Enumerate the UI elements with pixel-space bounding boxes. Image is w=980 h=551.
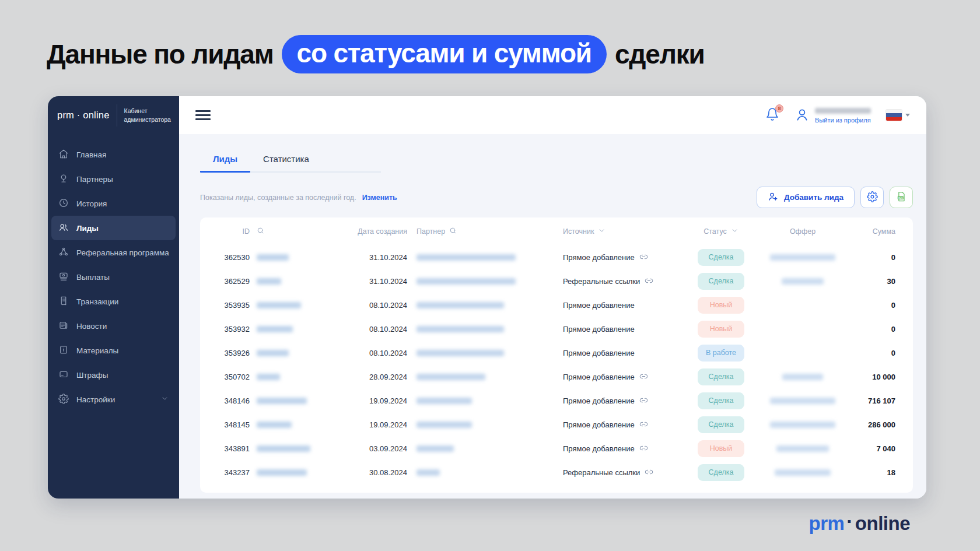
leads-table: ID Дата создания Партнер bbox=[200, 217, 913, 493]
transactions-icon bbox=[58, 296, 69, 308]
lead-sum: 18 bbox=[852, 468, 895, 477]
tab-statistics[interactable]: Статистика bbox=[250, 149, 322, 173]
lead-id: 353932 bbox=[212, 325, 250, 334]
table-row[interactable]: 34323730.08.2024Реферальные ссылкиСделка… bbox=[200, 461, 913, 485]
link-icon[interactable] bbox=[645, 468, 653, 478]
prm-online-footer-logo: prm · online bbox=[808, 513, 910, 535]
main-area: 8 Выйти из профиля bbox=[179, 96, 926, 499]
export-xls-button[interactable]: XLS bbox=[890, 187, 913, 208]
lead-sum: 0 bbox=[852, 325, 895, 334]
offer-blurred bbox=[753, 278, 852, 285]
page-title: Данные по лидам со статусами и суммой сд… bbox=[47, 35, 705, 73]
change-filter-link[interactable]: Изменить bbox=[362, 194, 397, 202]
link-icon[interactable] bbox=[639, 372, 648, 382]
hamburger-menu-icon[interactable] bbox=[195, 108, 211, 122]
status-badge: Новый bbox=[698, 440, 744, 457]
sidebar-item-leads[interactable]: Лиды bbox=[51, 216, 176, 240]
link-icon[interactable] bbox=[639, 444, 648, 454]
table-header-row: ID Дата создания Партнер bbox=[200, 217, 913, 245]
add-lead-button[interactable]: Добавить лида bbox=[757, 187, 855, 208]
lead-source: Прямое добавление bbox=[556, 420, 689, 430]
column-header-status[interactable]: Статус bbox=[689, 227, 753, 236]
tab-leads[interactable]: Лиды bbox=[200, 149, 250, 173]
partner-name-blurred bbox=[407, 254, 556, 261]
add-user-icon bbox=[768, 191, 778, 203]
lead-source: Прямое добавление bbox=[556, 444, 689, 454]
materials-icon bbox=[58, 345, 69, 357]
table-body: 36253031.10.2024Прямое добавлениеСделка0… bbox=[200, 245, 913, 485]
sidebar-item-payouts[interactable]: Выплаты bbox=[51, 265, 176, 289]
lead-sum: 0 bbox=[852, 253, 895, 262]
link-icon[interactable] bbox=[639, 252, 648, 263]
sidebar-item-penalties[interactable]: Штрафы bbox=[51, 363, 176, 387]
sidebar-item-referral[interactable]: Реферальная программа bbox=[51, 240, 176, 265]
tabs: ЛидыСтатистика bbox=[200, 149, 381, 173]
table-row[interactable]: 34814619.09.2024Прямое добавлениеСделка7… bbox=[200, 389, 913, 413]
link-icon[interactable] bbox=[639, 396, 648, 406]
logout-link[interactable]: Выйти из профиля bbox=[815, 117, 871, 124]
profile-menu[interactable]: Выйти из профиля bbox=[794, 106, 871, 125]
admin-dashboard-window: prm · online Кабинет администратора Глав… bbox=[48, 96, 926, 499]
sidebar-item-transactions[interactable]: Транзакции bbox=[51, 289, 176, 314]
id-search[interactable] bbox=[250, 227, 349, 236]
sidebar-item-news[interactable]: Новости bbox=[51, 314, 176, 338]
sidebar-item-partners[interactable]: Партнеры bbox=[51, 167, 176, 191]
partner-name-blurred bbox=[407, 445, 556, 452]
table-row[interactable]: 35393208.10.2024Прямое добавлениеНовый0 bbox=[200, 317, 913, 341]
link-icon[interactable] bbox=[639, 420, 648, 430]
filter-row: Показаны лиды, созданные за последний го… bbox=[200, 187, 913, 208]
link-icon[interactable] bbox=[645, 276, 653, 287]
partner-name-blurred bbox=[407, 350, 556, 356]
partner-name-blurred bbox=[407, 398, 556, 404]
sidebar-item-label: Партнеры bbox=[76, 175, 113, 184]
lead-source: Прямое добавление bbox=[556, 349, 689, 357]
chevron-down-icon bbox=[731, 227, 738, 236]
lead-source: Прямое добавление bbox=[556, 372, 689, 382]
svg-text:XLS: XLS bbox=[898, 197, 903, 199]
notifications-button[interactable]: 8 bbox=[765, 107, 779, 124]
lead-name-blurred bbox=[250, 445, 349, 452]
lead-id: 362529 bbox=[212, 277, 250, 286]
table-row[interactable]: 35393508.10.2024Прямое добавлениеНовый0 bbox=[200, 293, 913, 317]
status-badge: В работе bbox=[698, 345, 744, 362]
sidebar-item-settings[interactable]: Настройки bbox=[51, 387, 176, 412]
table-row[interactable]: 35392608.10.2024Прямое добавлениеВ работ… bbox=[200, 341, 913, 365]
lead-date: 28.09.2024 bbox=[349, 373, 407, 381]
sidebar-item-materials[interactable]: Материалы bbox=[51, 338, 176, 363]
table-row[interactable]: 34389103.09.2024Прямое добавлениеНовый7 … bbox=[200, 437, 913, 461]
table-row[interactable]: 34814519.09.2024Прямое добавлениеСделка2… bbox=[200, 413, 913, 437]
lead-name-blurred bbox=[250, 374, 349, 380]
sidebar-item-history[interactable]: История bbox=[51, 191, 176, 216]
page-title-prefix: Данные по лидам bbox=[47, 38, 274, 70]
lead-source: Прямое добавление bbox=[556, 325, 689, 334]
table-settings-button[interactable] bbox=[860, 187, 884, 208]
sidebar-item-label: Материалы bbox=[76, 346, 118, 355]
sidebar-item-home[interactable]: Главная bbox=[51, 142, 176, 167]
lead-id: 343891 bbox=[212, 444, 250, 453]
bell-icon bbox=[765, 113, 779, 123]
lead-sum: 10 000 bbox=[852, 373, 895, 381]
search-icon bbox=[257, 227, 264, 236]
status-badge: Сделка bbox=[698, 368, 744, 385]
lead-name-blurred bbox=[250, 422, 349, 428]
status-badge: Сделка bbox=[698, 392, 744, 409]
column-header-partner[interactable]: Партнер bbox=[407, 227, 556, 236]
search-icon bbox=[449, 227, 457, 236]
lead-source: Прямое добавление bbox=[556, 252, 689, 263]
column-header-source[interactable]: Источник bbox=[556, 227, 689, 236]
notification-badge: 8 bbox=[775, 104, 783, 113]
offer-blurred bbox=[753, 445, 852, 452]
sidebar-item-label: Транзакции bbox=[76, 297, 118, 306]
offer-blurred bbox=[753, 469, 852, 476]
language-selector[interactable] bbox=[886, 110, 910, 121]
table-row[interactable]: 35070228.09.2024Прямое добавлениеСделка1… bbox=[200, 365, 913, 389]
table-row[interactable]: 36253031.10.2024Прямое добавлениеСделка0 bbox=[200, 245, 913, 269]
lead-id: 362530 bbox=[212, 253, 250, 262]
page-title-highlight: со статусами и суммой bbox=[282, 35, 607, 73]
table-row[interactable]: 36252931.10.2024Реферальные ссылкиСделка… bbox=[200, 269, 913, 293]
lead-sum: 716 107 bbox=[852, 396, 895, 405]
lead-date: 03.09.2024 bbox=[349, 444, 407, 453]
home-icon bbox=[58, 149, 69, 161]
settings-icon bbox=[58, 394, 69, 406]
sidebar-item-label: Настройки bbox=[76, 395, 115, 404]
